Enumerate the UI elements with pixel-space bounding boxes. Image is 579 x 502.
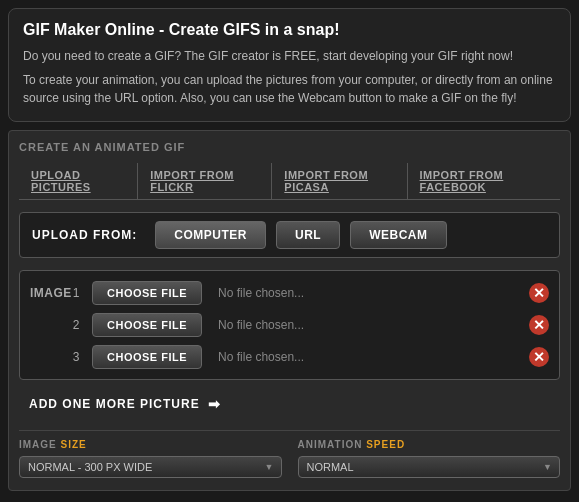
image-label: IMAGE — [30, 286, 60, 300]
main-section: CREATE AN ANIMATED GIF UPLOAD PICTURES I… — [8, 130, 571, 491]
remove-button-2[interactable]: ✕ — [529, 315, 549, 335]
images-section: IMAGE 1 CHOOSE FILE No file chosen... ✕ … — [19, 270, 560, 380]
animation-speed-label-normal: ANIMATION — [298, 439, 367, 450]
image-size-label: IMAGE SIZE — [19, 439, 282, 450]
header-desc2: To create your animation, you can upload… — [23, 71, 556, 107]
add-more-row: ADD ONE MORE PICTURE ➡ — [19, 390, 560, 418]
animation-speed-select[interactable]: SLOW NORMAL FAST — [298, 456, 561, 478]
image-size-select-wrapper: SMALL - 200 PX WIDE NORMAL - 300 PX WIDE… — [19, 456, 282, 478]
image-num-1: 1 — [68, 286, 84, 300]
computer-button[interactable]: COMPUTER — [155, 221, 266, 249]
tab-bar: UPLOAD PICTURES IMPORT FROM FLICKR IMPOR… — [19, 163, 560, 200]
upload-from-label: UPLOAD FROM: — [32, 228, 137, 242]
image-size-select[interactable]: SMALL - 200 PX WIDE NORMAL - 300 PX WIDE… — [19, 456, 282, 478]
footer-row: IMAGE SIZE SMALL - 200 PX WIDE NORMAL - … — [19, 430, 560, 480]
animation-speed-select-wrapper: SLOW NORMAL FAST — [298, 456, 561, 478]
choose-file-button-2[interactable]: CHOOSE FILE — [92, 313, 202, 337]
animation-speed-label-highlight: SPEED — [366, 439, 405, 450]
table-row: 2 CHOOSE FILE No file chosen... ✕ — [30, 313, 549, 337]
choose-file-button-3[interactable]: CHOOSE FILE — [92, 345, 202, 369]
webcam-button[interactable]: WEBCAM — [350, 221, 446, 249]
remove-button-3[interactable]: ✕ — [529, 347, 549, 367]
page-title: GIF Maker Online - Create GIFS in a snap… — [23, 21, 556, 39]
arrow-icon: ➡ — [208, 396, 221, 412]
header-desc1: Do you need to create a GIF? The GIF cre… — [23, 47, 556, 65]
table-row: IMAGE 1 CHOOSE FILE No file chosen... ✕ — [30, 281, 549, 305]
table-row: 3 CHOOSE FILE No file chosen... ✕ — [30, 345, 549, 369]
add-more-button[interactable]: ADD ONE MORE PICTURE ➡ — [29, 396, 221, 412]
remove-button-1[interactable]: ✕ — [529, 283, 549, 303]
file-status-3: No file chosen... — [210, 345, 521, 369]
image-size-label-normal: IMAGE — [19, 439, 61, 450]
file-status-1: No file chosen... — [210, 281, 521, 305]
add-more-label-text: ADD ONE MORE PICTURE — [29, 397, 200, 411]
tab-import-flickr[interactable]: IMPORT FROM FLICKR — [138, 163, 272, 199]
image-num-2: 2 — [68, 318, 84, 332]
header-section: GIF Maker Online - Create GIFS in a snap… — [8, 8, 571, 122]
tab-import-picasa[interactable]: IMPORT FROM PICASA — [272, 163, 407, 199]
choose-file-button-1[interactable]: CHOOSE FILE — [92, 281, 202, 305]
animation-speed-col: ANIMATION SPEED SLOW NORMAL FAST — [298, 439, 561, 478]
upload-from-row: UPLOAD FROM: COMPUTER URL WEBCAM — [19, 212, 560, 258]
image-size-col: IMAGE SIZE SMALL - 200 PX WIDE NORMAL - … — [19, 439, 282, 478]
image-num-3: 3 — [68, 350, 84, 364]
url-button[interactable]: URL — [276, 221, 340, 249]
image-size-label-highlight: SIZE — [61, 439, 87, 450]
section-title: CREATE AN ANIMATED GIF — [19, 141, 560, 153]
tab-import-facebook[interactable]: IMPORT FROM FACEBOOK — [408, 163, 560, 199]
tab-upload-pictures[interactable]: UPLOAD PICTURES — [19, 163, 138, 199]
animation-speed-label: ANIMATION SPEED — [298, 439, 561, 450]
file-status-2: No file chosen... — [210, 313, 521, 337]
